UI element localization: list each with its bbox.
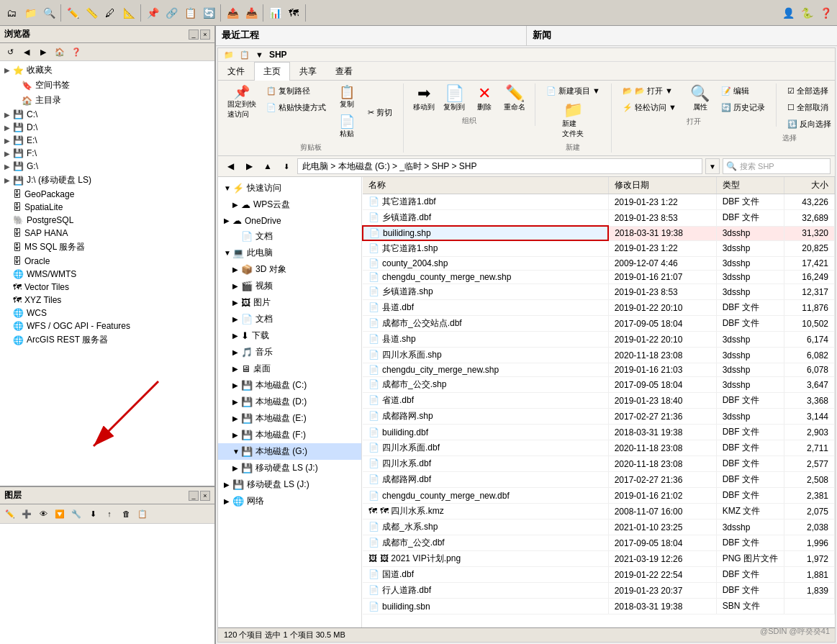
- ribbon-pin-quick-btn[interactable]: 📌 固定到快速访问: [224, 83, 260, 141]
- layers-delete-btn[interactable]: 🗑: [119, 507, 133, 521]
- ribbon-edit-btn[interactable]: 📝 编辑: [716, 83, 770, 99]
- tree-item-spatialite[interactable]: 🗄 SpatiaLite: [1, 201, 213, 214]
- toolbar-refresh-icon[interactable]: 🔄: [200, 4, 217, 22]
- browser-refresh-btn[interactable]: ↺: [3, 45, 17, 59]
- tree-item-c[interactable]: ▶ 💾 C:\: [1, 108, 213, 121]
- ribbon-history-btn[interactable]: 🔄 历史记录: [716, 100, 770, 115]
- ribbon-copyto-btn[interactable]: 📄 复制到: [440, 83, 469, 114]
- search-box[interactable]: 🔍 搜索 SHP: [723, 158, 831, 174]
- tree-item-wmswmts[interactable]: 🌐 WMS/WMTS: [1, 268, 213, 281]
- toolbar-open-icon[interactable]: 📁: [22, 4, 39, 22]
- toolbar-map-icon[interactable]: 🗺: [285, 4, 302, 22]
- table-row[interactable]: 🗺🗺 四川水系.kmz2008-11-07 16:00KMZ 文件2,075: [363, 504, 835, 520]
- ribbon-easy-access-btn[interactable]: ⚡ 轻松访问 ▼: [617, 100, 682, 115]
- address-path[interactable]: 此电脑 > 本地磁盘 (G:) > _临时 > SHP > SHP: [297, 158, 702, 174]
- tree-item-wcs[interactable]: 🌐 WCS: [1, 307, 213, 319]
- ribbon-rename-btn[interactable]: ✏️ 重命名: [500, 83, 529, 114]
- ribbon-paste-shortcut-btn[interactable]: 📄 粘贴快捷方式: [261, 100, 331, 115]
- tree-item-home[interactable]: 🏠 主目录: [1, 93, 213, 108]
- tree-item-saphana[interactable]: 🗄 SAP HANA: [1, 227, 213, 240]
- nav-d-drive[interactable]: ▶ 💾 本地磁盘 (D:): [218, 394, 361, 410]
- toolbar-chart-icon[interactable]: 📊: [266, 4, 284, 22]
- nav-3d[interactable]: ▶ 📦 3D 对象: [218, 261, 361, 278]
- layers-down-btn[interactable]: ⬇: [86, 507, 100, 521]
- addr-back-btn[interactable]: ◀: [222, 158, 238, 174]
- toolbar-measure-icon[interactable]: 📏: [83, 4, 100, 22]
- table-row[interactable]: 📄其它道路1.dbf2019-01-23 1:22DBF 文件43,226: [363, 194, 835, 210]
- table-row[interactable]: 📄成都路网.dbf2017-02-27 21:36DBF 文件2,508: [363, 472, 835, 488]
- ribbon-select-all-btn[interactable]: ☑ 全部选择: [782, 83, 836, 99]
- ribbon-moveto-btn[interactable]: ➡ 移动到: [410, 83, 438, 114]
- toolbar-pin-icon[interactable]: 📌: [144, 4, 161, 22]
- ribbon-invert-select-btn[interactable]: 🔃 反向选择: [782, 117, 836, 132]
- nav-pictures[interactable]: ▶ 🖼 图片: [218, 294, 361, 311]
- toolbar-draw-icon[interactable]: 🖊: [101, 4, 119, 22]
- toolbar-user-icon[interactable]: 👤: [779, 4, 797, 22]
- table-row[interactable]: 📄chengdu_county_merge_new.shp2019-01-16 …: [363, 271, 835, 284]
- tree-item-d[interactable]: ▶ 💾 D:\: [1, 121, 213, 134]
- layers-duplicate-btn[interactable]: 📋: [135, 507, 150, 521]
- table-row[interactable]: 📄成都_水系.shp2021-01-10 23:253dsshp2,038: [363, 520, 835, 535]
- browser-home-btn[interactable]: 🏠: [53, 45, 67, 59]
- tree-item-e[interactable]: ▶ 💾 E:\: [1, 134, 213, 147]
- tree-item-vector-tiles[interactable]: 🗺 Vector Tiles: [1, 281, 213, 294]
- tree-item-j[interactable]: ▶ 💾 J:\ (移动硬盘 LS): [1, 173, 213, 188]
- col-size[interactable]: 大小: [784, 177, 835, 194]
- tree-item-bookmarks[interactable]: 🔖 空间书签: [1, 78, 213, 93]
- col-type[interactable]: 类型: [716, 177, 784, 194]
- addr-recent-btn[interactable]: ⬇: [279, 158, 294, 174]
- toolbar-help-icon[interactable]: ❓: [817, 4, 834, 22]
- ribbon-properties-btn[interactable]: 🔍 属性: [686, 83, 715, 115]
- layers-up-btn[interactable]: ↑: [102, 507, 117, 521]
- table-row[interactable]: 📄四川水系面.dbf2020-11-18 23:08DBF 文件2,711: [363, 440, 835, 456]
- layers-visibility-btn[interactable]: 👁: [36, 507, 50, 521]
- tab-share[interactable]: 共享: [290, 62, 326, 81]
- nav-downloads[interactable]: ▶ ⬇ 下载: [218, 327, 361, 344]
- table-row[interactable]: 📄四川水系面.shp2020-11-18 23:083dsshp6,082: [363, 348, 835, 363]
- table-row-highlighted[interactable]: 📄builiding.shp2018-03-31 19:383dsshp31,3…: [363, 226, 835, 240]
- addr-forward-btn[interactable]: ▶: [241, 158, 257, 174]
- ribbon-cut-btn[interactable]: ✂ 剪切: [363, 83, 397, 141]
- ribbon-paste-btn[interactable]: 📄 粘贴: [332, 113, 361, 141]
- tab-file[interactable]: 文件: [218, 62, 254, 81]
- tree-item-postgresql[interactable]: 🐘 PostgreSQL: [1, 214, 213, 227]
- nav-removable[interactable]: ▶ 💾 移动硬盘 LS (J:): [218, 476, 361, 493]
- nav-docs2[interactable]: ▶ 📄 文档: [218, 311, 361, 327]
- layers-edit-btn[interactable]: ✏️: [3, 507, 17, 521]
- nav-documents[interactable]: 📄 文档: [218, 228, 361, 245]
- toolbar-search-icon[interactable]: 🔍: [40, 4, 58, 22]
- table-row[interactable]: 📄成都市_公交.dbf2017-09-05 18:04DBF 文件1,996: [363, 535, 835, 551]
- toolbar-copy-icon[interactable]: 📋: [181, 4, 199, 22]
- table-row[interactable]: 📄chengdu_county_merge_new.dbf2019-01-16 …: [363, 488, 835, 504]
- table-row[interactable]: 📄其它道路1.shp2019-01-23 1:223dsshp20,825: [363, 240, 835, 257]
- table-row[interactable]: 📄成都市_公交.shp2017-09-05 18:043dsshp3,647: [363, 377, 835, 393]
- table-row[interactable]: 📄省道.dbf2019-01-23 18:40DBF 文件3,368: [363, 393, 835, 409]
- toolbar-geometry-icon[interactable]: 📐: [120, 4, 137, 22]
- tree-item-xyz-tiles[interactable]: 🗺 XYZ Tiles: [1, 294, 213, 307]
- table-row[interactable]: 📄成都路网.shp2017-02-27 21:363dsshp3,144: [363, 409, 835, 425]
- nav-j-drive[interactable]: ▶ 💾 移动硬盘 LS (J:): [218, 460, 361, 476]
- table-row[interactable]: 📄四川水系.dbf2020-11-18 23:08DBF 文件2,577: [363, 456, 835, 472]
- tree-item-arcgis[interactable]: 🌐 ArcGIS REST 服务器: [1, 332, 213, 348]
- tab-home[interactable]: 主页: [254, 62, 290, 81]
- tab-view[interactable]: 查看: [326, 62, 362, 81]
- table-row[interactable]: 📄成都市_公交站点.dbf2017-09-05 18:04DBF 文件10,50…: [363, 316, 835, 332]
- nav-thispc[interactable]: ▼ 💻 此电脑: [218, 245, 361, 261]
- nav-desktop[interactable]: ▶ 🖥 桌面: [218, 360, 361, 377]
- ribbon-open-btn[interactable]: 📂 📂 打开 ▼: [617, 83, 682, 99]
- browser-help-btn[interactable]: ❓: [69, 45, 83, 59]
- tree-item-geopackage[interactable]: 🗄 GeoPackage: [1, 188, 213, 201]
- nav-quick-access[interactable]: ▼ ⚡ 快速访问: [218, 180, 361, 196]
- browser-close-btn[interactable]: ×: [200, 30, 210, 40]
- table-row[interactable]: 📄县道.shp2019-01-22 20:103dsshp6,174: [363, 332, 835, 348]
- table-row[interactable]: 📄国道.dbf2019-01-22 22:54DBF 文件1,881: [363, 567, 835, 583]
- toolbar-browser-icon[interactable]: 🗂: [3, 4, 20, 22]
- tree-item-favorites[interactable]: ▶ ⭐ 收藏夹: [1, 63, 213, 78]
- toolbar-edit-icon[interactable]: ✏️: [64, 4, 81, 22]
- nav-g-drive[interactable]: ▼ 💾 本地磁盘 (G:): [218, 443, 361, 460]
- toolbar-link-icon[interactable]: 🔗: [163, 4, 180, 22]
- browser-back-btn[interactable]: ◀: [19, 45, 34, 59]
- col-name[interactable]: 名称: [363, 177, 608, 194]
- layers-add-btn[interactable]: ➕: [19, 507, 34, 521]
- table-row[interactable]: 📄行人道路.dbf2019-01-23 20:37DBF 文件1,839: [363, 583, 835, 599]
